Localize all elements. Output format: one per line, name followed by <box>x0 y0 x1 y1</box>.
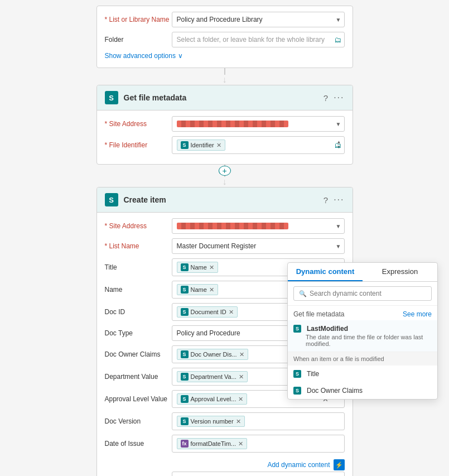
ci-dateissue-tag-close[interactable]: ✕ <box>238 440 243 448</box>
ci-dateissue-tag-icon: fx <box>181 440 189 448</box>
panel-item-docowner[interactable]: S Doc Owner Claims <box>288 382 437 399</box>
panel-section-title: Get file metadata <box>293 310 344 318</box>
ci-docowner-tag-icon: S <box>181 350 189 358</box>
ci-docver-tag-icon: S <box>181 417 189 425</box>
ci-approval-tag-label: Approval Level... <box>191 396 236 402</box>
create-item-more[interactable]: ··· <box>334 195 344 205</box>
connector-plus-btn[interactable]: + <box>219 166 231 176</box>
get-file-metadata-card: S Get file metadata ? ··· * Site Address… <box>96 85 353 165</box>
panel-item-lastmodified[interactable]: S LastModified The date and time the fil… <box>288 320 437 352</box>
ci-site-address-select[interactable]: ▼ <box>172 218 345 234</box>
ci-site-address-row: * Site Address ▼ <box>105 218 345 234</box>
panel-docowner-icon: S <box>293 387 301 395</box>
ci-list-name-value: Master Document Register <box>177 242 257 250</box>
ci-name-tag-label: Name <box>191 286 207 293</box>
library-name-label: * List or Library Name <box>105 16 172 23</box>
ci-site-address-label: * Site Address <box>105 222 172 230</box>
ci-title-tag: S Name ✕ <box>177 262 218 273</box>
ci-docid-tag-close[interactable]: ✕ <box>229 309 234 316</box>
gfm-site-address-label: * Site Address <box>105 120 172 128</box>
panel-item-lastmodified-icon: S <box>293 325 301 333</box>
ci-dateissue-input[interactable]: fx formatDateTim... ✕ <box>172 435 345 453</box>
ci-docowner-tag-close[interactable]: ✕ <box>239 351 244 358</box>
ci-doctype-label: Doc Type <box>105 329 172 337</box>
ci-docid-tag: S Document ID ✕ <box>177 306 238 318</box>
ci-docver-row: Doc Version S Version number ✕ <box>105 412 345 430</box>
create-item-help[interactable]: ? <box>324 195 328 205</box>
ci-dateissue-row: Date of Issue fx formatDateTim... ✕ <box>105 435 345 453</box>
top-show-advanced-label: Show advanced options <box>105 52 176 60</box>
ci-dept-tag-close[interactable]: ✕ <box>239 373 244 381</box>
folder-browse-icon[interactable]: 🗂 <box>334 36 341 44</box>
panel-section-gray: When an item or a file is modified <box>288 352 437 366</box>
folder-row: Folder Select a folder, or leave blank f… <box>105 32 345 47</box>
add-dynamic-row[interactable]: Add dynamic content ⚡ <box>105 457 345 472</box>
ci-list-name-select[interactable]: Master Document Register ▼ <box>172 238 345 254</box>
ci-name-tag-close[interactable]: ✕ <box>209 286 214 294</box>
ci-title-label: Title <box>105 263 172 271</box>
ci-dept-tag: S Department Va... ✕ <box>177 371 248 382</box>
dynamic-search-input[interactable] <box>293 286 432 301</box>
get-file-metadata-icon: S <box>105 91 118 104</box>
folder-label: Folder <box>105 36 172 44</box>
create-item-header: S Create item ? ··· <box>97 187 353 213</box>
search-icon-wrap <box>293 286 432 301</box>
ci-title-tag-label: Name <box>191 264 207 271</box>
ci-docowner-tag: S Doc Owner Dis... ✕ <box>177 349 248 360</box>
ci-docver-tag-close[interactable]: ✕ <box>236 418 241 425</box>
ci-list-name-row: * List Name Master Document Register ▼ <box>105 238 345 254</box>
ci-name-tag: S Name ✕ <box>177 284 218 295</box>
ci-name-tag-icon: S <box>181 286 189 294</box>
ci-dateissue-tag-label: formatDateTim... <box>191 440 236 447</box>
gfm-identifier-tag-close[interactable]: ✕ <box>216 142 221 149</box>
get-file-metadata-help[interactable]: ? <box>324 93 328 103</box>
top-show-advanced[interactable]: Show advanced options ∨ <box>105 52 345 60</box>
create-item-title: Create item <box>124 195 324 204</box>
library-name-field: Policy and Procedure Library ▼ <box>172 12 345 27</box>
ci-contenttype-row: Content type Id ▼ <box>105 472 345 476</box>
tab-dynamic-content[interactable]: Dynamic content <box>288 263 363 281</box>
ci-contenttype-select[interactable]: ▼ <box>172 472 345 476</box>
ci-docver-input[interactable]: S Version number ✕ <box>172 412 345 430</box>
get-file-metadata-body: * Site Address ▼ * File Identifier S Ide… <box>97 110 353 164</box>
create-item-icon: S <box>105 193 118 206</box>
connector-line-1 <box>224 68 225 75</box>
get-file-metadata-title: Get file metadata <box>124 93 324 102</box>
ci-dateissue-tag: fx formatDateTim... ✕ <box>177 438 248 449</box>
ci-approval-label: Approval Level Value <box>105 395 172 403</box>
ci-docver-tag: S Version number ✕ <box>177 416 245 427</box>
ci-dept-label: Department Value <box>105 373 172 381</box>
panel-item-lastmodified-title: S LastModified <box>293 325 432 333</box>
see-more-btn[interactable]: See more <box>403 310 432 318</box>
dynamic-search-section <box>288 282 437 306</box>
gfm-file-identifier-input[interactable]: S Identifier ✕ <box>172 136 345 154</box>
gfm-identifier-tag-label: Identifier <box>191 142 214 148</box>
top-partial-card: * List or Library Name Policy and Proced… <box>96 6 353 68</box>
gfm-site-address-redacted <box>177 121 288 127</box>
panel-item-title[interactable]: S Title <box>288 366 437 382</box>
tab-expression[interactable]: Expression <box>363 263 437 281</box>
connector-2: + ↓ <box>219 165 231 187</box>
panel-item-lastmodified-desc: The date and time the file or folder was… <box>293 334 432 347</box>
gfm-file-identifier-row: * File Identifier S Identifier ✕ ▲ ▼ 🗂 <box>105 136 345 154</box>
ci-approval-tag-close[interactable]: ✕ <box>238 396 243 403</box>
ci-docowner-label: Doc Owner Claims <box>105 350 172 358</box>
ci-site-address-field: ▼ <box>172 218 345 234</box>
library-name-select[interactable]: Policy and Procedure Library ▼ <box>172 12 345 27</box>
gfm-file-identifier-label: * File Identifier <box>105 141 172 149</box>
ci-approval-tag: S Approval Level... ✕ <box>177 393 248 405</box>
ci-doctype-value: Policy and Procedure <box>177 329 240 337</box>
gfm-site-address-row: * Site Address ▼ <box>105 116 345 132</box>
ci-dateissue-label: Date of Issue <box>105 440 172 448</box>
ci-docid-label: Doc ID <box>105 308 172 316</box>
gfm-site-address-select[interactable]: ▼ <box>172 116 345 132</box>
ci-title-tag-close[interactable]: ✕ <box>209 264 214 271</box>
dynamic-panel-tabs: Dynamic content Expression <box>288 263 437 282</box>
ci-name-label: Name <box>105 286 172 294</box>
get-file-metadata-more[interactable]: ··· <box>334 93 344 103</box>
ci-site-address-redacted <box>177 223 288 229</box>
gfm-folder-icon[interactable]: 🗂 <box>334 141 341 150</box>
ci-list-name-arrow: ▼ <box>336 243 341 249</box>
folder-input[interactable]: Select a folder, or leave blank for the … <box>172 32 345 47</box>
connector-1: ↓ <box>223 68 227 85</box>
